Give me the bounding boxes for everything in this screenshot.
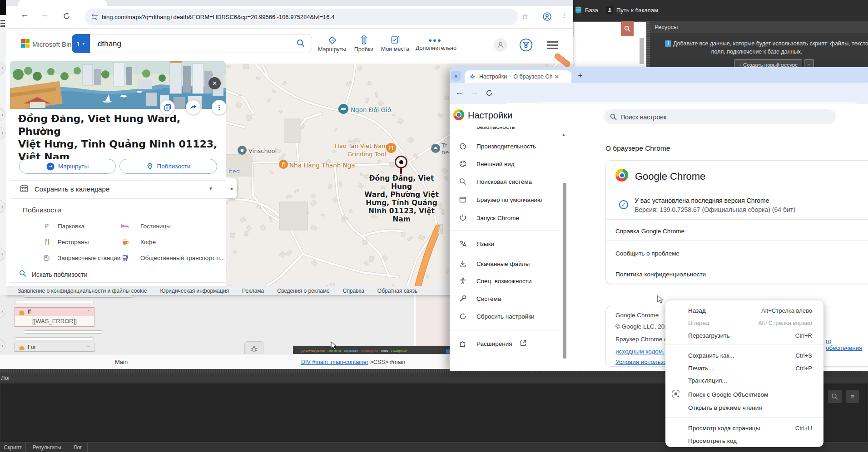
nearby-restaurants[interactable]: Рестораны xyxy=(58,239,89,246)
log-search-button[interactable] xyxy=(828,390,842,403)
reload-button[interactable] xyxy=(486,89,493,97)
footer-link-adinfo[interactable]: Сведения о рекламе xyxy=(277,288,330,294)
directions-button[interactable]: Маршруты xyxy=(19,159,116,174)
nav-traffic[interactable]: Пробки xyxy=(352,35,375,53)
sidebar-scrollbar[interactable] xyxy=(563,183,566,359)
chevron-down-icon[interactable]: ▼ xyxy=(208,186,213,191)
rpa-resources-gutter[interactable] xyxy=(646,21,650,67)
workflow-node-for[interactable]: For ⌃ xyxy=(15,343,94,352)
nav-directions[interactable]: Маршруты xyxy=(318,35,346,53)
sidebar-item-system[interactable]: Система xyxy=(476,295,501,302)
tab-search-chevron[interactable]: ∨ xyxy=(451,71,461,81)
kebab-menu-icon[interactable]: ⋮ xyxy=(561,11,567,19)
nearby-coffee[interactable]: Кофе xyxy=(140,239,156,246)
sidebar-item-clipped[interactable]: безопасность xyxy=(476,127,554,132)
reload-button[interactable] xyxy=(63,12,70,20)
menu-view-source[interactable]: Просмотр кода страницы xyxy=(688,425,760,432)
search-index-badge[interactable]: 1▼ xyxy=(72,34,90,53)
report-issue-link[interactable]: Сообщить о проблеме xyxy=(615,250,680,257)
map-label-hill[interactable]: Ngọn Đồi Gió xyxy=(351,106,391,113)
map-label-school[interactable]: Vinschool xyxy=(248,147,277,154)
address-bar[interactable]: bing.com/maps?q=dthang+death&FORM=HDRSC6… xyxy=(85,9,518,25)
nav-my-places[interactable]: Мои места xyxy=(381,35,410,52)
sidebar-item-performance[interactable]: Производительность xyxy=(476,143,536,150)
nearby-button[interactable]: Поблизости xyxy=(119,159,217,174)
back-button[interactable]: ← xyxy=(20,10,29,20)
help-link[interactable]: Справка Google Chrome xyxy=(615,228,684,235)
avatar[interactable] xyxy=(494,38,507,52)
menu-cast[interactable]: Трансляция... xyxy=(688,377,727,384)
map-pin-restaurant2[interactable] xyxy=(279,160,288,169)
workflow-node-if[interactable]: If ⌃ xyxy=(15,307,94,316)
site-settings-icon[interactable] xyxy=(91,14,98,20)
debug-tab[interactable] xyxy=(244,341,263,355)
rpa-search-button[interactable] xyxy=(621,21,634,36)
tab-script[interactable]: Скрипт xyxy=(0,442,26,452)
search-nearby-label[interactable]: Искать поблизости xyxy=(32,271,88,278)
search-icon[interactable] xyxy=(297,39,305,47)
save-calendar-label[interactable]: Сохранить в календаре xyxy=(35,185,109,193)
map-label-grind2[interactable]: Grinding Tool xyxy=(347,151,386,157)
close-card-button[interactable]: ✕ xyxy=(208,77,221,89)
nav-more[interactable]: ●●● Дополнительно xyxy=(416,35,455,51)
menu-reload[interactable]: Перезагрузить xyxy=(688,332,730,339)
collapse-panel-button[interactable]: ◂ xyxy=(226,178,237,198)
bookmark-star-icon[interactable]: ☆ xyxy=(521,12,528,21)
back-button[interactable]: ← xyxy=(455,88,463,97)
scroll-up-icon[interactable]: ▲ xyxy=(562,133,565,137)
profile-icon[interactable] xyxy=(543,12,551,21)
map-pin-school2[interactable] xyxy=(431,144,440,153)
menu-reading-mode[interactable]: Открыть в режиме чтения xyxy=(688,404,762,411)
nearby-parking[interactable]: Парковка xyxy=(58,223,84,230)
menu-lens[interactable]: Поиск с Google Объективом xyxy=(688,391,768,398)
tab-results[interactable]: Результаты xyxy=(26,442,68,452)
menu-forward[interactable]: Вперед xyxy=(688,319,709,326)
workflow-connector[interactable] xyxy=(15,300,94,303)
map-label-restaurant[interactable]: Nhà Hàng Thanh Nga xyxy=(289,162,355,169)
workflow-connector[interactable] xyxy=(24,330,103,334)
collapse-icon[interactable]: ⌃ xyxy=(87,310,90,314)
nearby-gas[interactable]: Заправочные станции xyxy=(58,255,120,261)
menu-print[interactable]: Печать... xyxy=(688,365,713,372)
selector-link[interactable]: DIV #main .main-container xyxy=(301,359,368,365)
rpa-search-input[interactable] xyxy=(573,22,646,37)
source-link[interactable]: исходным кодом. xyxy=(615,348,665,355)
footer-link-ads[interactable]: Реклама xyxy=(242,288,264,294)
nearby-hotels[interactable]: Гостиницы xyxy=(140,223,171,230)
log-menu-button[interactable]: ≡ xyxy=(846,390,859,403)
settings-search[interactable]: Поиск настроек xyxy=(604,109,836,124)
sidebar-item-startup[interactable]: Запуск Chrome xyxy=(476,215,519,221)
sidebar-item-languages[interactable]: Языки xyxy=(476,241,494,247)
sidebar-item-default-browser[interactable]: Браузер по умолчанию xyxy=(476,197,542,203)
rpa-panel-scrollbar[interactable] xyxy=(640,38,644,64)
workflow-connector[interactable] xyxy=(15,337,94,340)
map-pin-school[interactable] xyxy=(238,146,247,155)
forward-button[interactable]: → xyxy=(470,88,478,97)
terms-link[interactable]: Условия использо xyxy=(615,359,667,365)
tab-main[interactable]: Main xyxy=(115,359,128,365)
sidebar-item-accessibility[interactable]: Спец. возможности xyxy=(476,278,531,285)
map-pin-restaurant[interactable] xyxy=(386,143,396,153)
workflow-connector[interactable] xyxy=(24,295,133,298)
rpa-tab-backup-path[interactable]: Путь к бэкапам xyxy=(606,6,658,14)
new-tab-button[interactable]: ＋ xyxy=(576,70,584,80)
menu-back[interactable]: Назад xyxy=(688,307,706,314)
sidebar-item-appearance[interactable]: Внешний вид xyxy=(476,161,515,167)
map-label-cut[interactable]: ited xyxy=(228,168,240,175)
footer-link-privacy[interactable]: Заявление о конфиденциальности и файлы c… xyxy=(18,288,147,294)
footer-link-legal[interactable]: Юридическая информация xyxy=(160,288,229,294)
map-destination-marker[interactable] xyxy=(395,156,407,168)
sidebar-item-search-engine[interactable]: Поисковая система xyxy=(476,178,532,185)
sidebar-item-reset[interactable]: Сбросить настройки xyxy=(476,313,535,320)
privacy-policy-link[interactable]: Политика конфиденциальности xyxy=(615,271,706,278)
forward-button[interactable]: → xyxy=(40,10,49,20)
hamburger-menu-icon[interactable] xyxy=(547,41,558,43)
collapse-icon[interactable]: ⌃ xyxy=(87,345,90,350)
tab-close-icon[interactable]: ✕ xyxy=(555,74,559,80)
footer-link-feedback[interactable]: Обратная связь xyxy=(377,288,417,294)
map-pin-viewpoint[interactable] xyxy=(338,104,348,114)
footer-link-help[interactable]: Справка xyxy=(343,288,364,294)
menu-save-as[interactable]: Сохранить как... xyxy=(688,352,734,359)
rpa-tab-database[interactable]: База xyxy=(575,6,598,14)
map-label-grind1[interactable]: Hao Tan Viet Nam xyxy=(335,142,387,149)
